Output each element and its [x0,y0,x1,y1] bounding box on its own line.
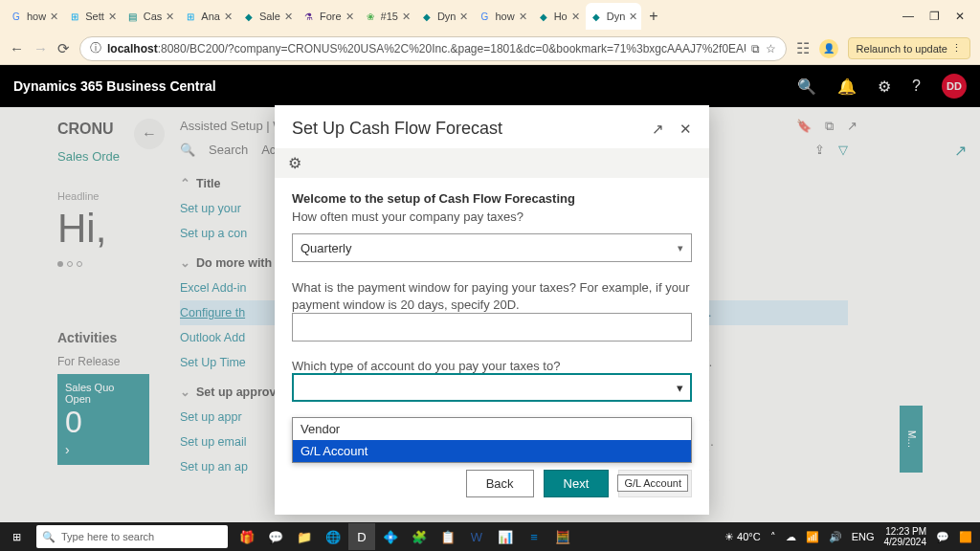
browser-tab[interactable]: Ghow✕ [6,3,62,30]
browser-tab[interactable]: ⊞Sett✕ [64,3,121,30]
new-tab-button[interactable]: + [643,8,663,25]
task-icon[interactable]: W [463,523,490,550]
close-icon[interactable]: ✕ [402,11,411,23]
close-icon[interactable]: ✕ [166,11,174,23]
forward-button[interactable]: → [33,40,48,56]
volume-icon[interactable]: 🔊 [829,531,842,543]
account-type-dropdown: Vendor G/L Account [292,417,692,463]
browser-tab[interactable]: ◆Ho✕ [533,3,584,30]
dialog-title: Set Up Cash Flow Forecast [292,119,502,139]
onedrive-icon[interactable]: ☁ [786,531,796,543]
notifications-icon[interactable]: 🔔 [837,77,857,96]
task-icon[interactable]: 📋 [434,523,461,550]
extensions-icon[interactable]: ☷ [796,39,810,57]
payment-window-input[interactable] [292,313,692,342]
maximize-icon[interactable]: ❐ [929,10,940,23]
chevron-down-icon: ▾ [678,242,683,254]
back-button[interactable]: ← [10,40,24,56]
browser-tab[interactable]: ▤Cas✕ [122,3,179,30]
wizard-heading: Welcome to the setup of Cash Flow Foreca… [292,191,692,206]
profile-icon[interactable]: 👤 [819,39,838,58]
tray-chevron-icon[interactable]: ˄ [770,531,776,543]
close-icon[interactable]: ✕ [459,11,468,23]
browser-tab[interactable]: ❀#15✕ [360,3,414,30]
close-icon[interactable]: ✕ [108,11,117,23]
bookmark-icon[interactable]: ☆ [766,42,776,55]
browser-tab-active[interactable]: ◆Dyn✕ [586,3,642,30]
browser-tab[interactable]: Ghow✕ [474,3,530,30]
tooltip: G/L Account [617,474,688,492]
close-icon[interactable]: ✕ [519,11,527,23]
browser-tab-strip: Ghow✕ ⊞Sett✕ ▤Cas✕ ⊞Ana✕ ◆Sale✕ ⚗Fore✕ ❀… [0,0,980,33]
taskbar-search[interactable]: 🔍Type here to search [36,525,228,548]
clock[interactable]: 12:23 PM4/29/2024 [884,526,927,547]
wifi-icon[interactable]: 📶 [806,531,819,543]
tax-frequency-select[interactable]: Quarterly▾ [292,233,692,262]
close-icon[interactable]: ✕ [629,11,637,23]
task-icon[interactable]: 🎁 [234,523,260,550]
close-icon[interactable]: ✕ [571,11,580,23]
task-icon[interactable]: 🧩 [406,523,433,550]
close-icon[interactable]: ✕ [224,11,233,23]
install-app-icon[interactable]: ⧉ [751,42,760,55]
task-icon[interactable]: D [348,523,375,550]
next-button[interactable]: Next [544,470,610,497]
task-icon[interactable]: 💬 [262,523,289,550]
browser-tab[interactable]: ◆Sale✕ [238,3,297,30]
help-icon[interactable]: ? [912,77,921,95]
close-window-icon[interactable]: ✕ [955,10,965,23]
back-button[interactable]: Back [466,470,534,497]
close-dialog-icon[interactable]: ✕ [679,121,692,138]
chevron-down-icon: ▾ [677,381,683,395]
start-button[interactable]: ⊞ [0,531,33,543]
task-icon[interactable]: 📊 [492,523,519,550]
field-label: Which type of account do you pay your ta… [292,359,692,373]
task-icon[interactable]: ≡ [521,523,547,550]
relaunch-button[interactable]: Relaunch to update⋮ [848,37,970,59]
close-icon[interactable]: ✕ [50,11,58,23]
avatar[interactable]: DD [942,74,967,99]
app-header: Dynamics 365 Business Central 🔍 🔔 ⚙ ? DD [0,65,980,107]
dropdown-option-vendor[interactable]: Vendor [293,418,691,440]
expand-dialog-icon[interactable]: ↗ [652,121,664,138]
field-label: How often must your company pay taxes? [292,209,692,224]
browser-tab[interactable]: ⊞Ana✕ [180,3,236,30]
weather-widget[interactable]: ☀ 40°C [724,531,761,543]
task-icon[interactable]: 🧮 [549,523,576,550]
show-desktop-icon[interactable]: 🟧 [959,531,972,543]
browser-tab[interactable]: ⚗Fore✕ [299,3,358,30]
url-input[interactable]: ⓘ localhost:8080/BC200/?company=CRONUS%2… [79,36,787,61]
address-bar: ← → ⟳ ⓘ localhost:8080/BC200/?company=CR… [0,33,980,65]
language-indicator[interactable]: ENG [852,531,875,542]
close-icon[interactable]: ✕ [284,11,293,23]
site-info-icon[interactable]: ⓘ [90,40,101,56]
settings-icon[interactable]: ⚙ [878,77,891,96]
search-icon[interactable]: 🔍 [797,77,816,96]
gear-icon[interactable]: ⚙ [288,155,301,171]
task-icon[interactable]: 🌐 [320,523,346,550]
app-title: Dynamics 365 Business Central [13,78,216,94]
notifications-tray-icon[interactable]: 💬 [936,531,949,543]
setup-wizard-dialog: Set Up Cash Flow Forecast ↗ ✕ ⚙ Welcome … [275,105,709,515]
task-icon[interactable]: 📁 [291,523,318,550]
field-label: What is the payment window for paying yo… [292,279,692,313]
close-icon[interactable]: ✕ [345,11,354,23]
minimize-icon[interactable]: ― [902,10,914,23]
task-icon[interactable]: 💠 [377,523,404,550]
browser-tab[interactable]: ◆Dyn✕ [416,3,473,30]
dropdown-option-gl-account[interactable]: G/L Account [293,440,691,462]
account-type-select[interactable]: ▾ [292,373,692,402]
reload-button[interactable]: ⟳ [57,40,70,57]
windows-taskbar: ⊞ 🔍Type here to search 🎁 💬 📁 🌐 D 💠 🧩 📋 W… [0,522,980,551]
